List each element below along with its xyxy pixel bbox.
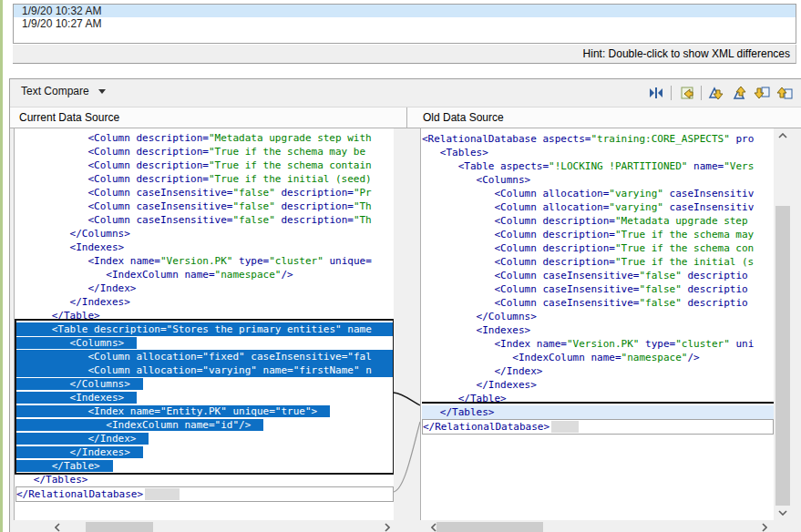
code-line: </Columns> xyxy=(15,377,394,391)
history-item[interactable]: 1/9/20 10:32 AM xyxy=(14,5,796,17)
code-line: </Index> xyxy=(15,432,394,445)
code-line: <Column caseInsensitive="false" descript… xyxy=(15,200,394,213)
code-line: </Index> xyxy=(15,281,394,295)
scroll-down-button[interactable] xyxy=(775,506,791,520)
right-pane-title: Old Data Source xyxy=(423,111,504,124)
code-line: </Tables> xyxy=(15,473,394,486)
code-line: <Tables> xyxy=(422,146,774,159)
code-line: <Column allocation="fixed" caseInsensiti… xyxy=(15,350,394,363)
code-line: <Column allocation="varying" name="first… xyxy=(15,363,394,377)
right-horizontal-scroll-thumb[interactable] xyxy=(436,522,543,532)
code-line: <Column allocation="varying" caseInsensi… xyxy=(422,187,774,200)
code-line: <Column description="True if the schema … xyxy=(422,228,774,241)
code-line: <Column allocation="varying" caseInsensi… xyxy=(422,200,774,214)
vertical-scroll-thumb[interactable] xyxy=(775,206,790,506)
compare-toolbar-icons xyxy=(647,84,794,102)
code-line: <Index name="Version.PK" type="cluster" … xyxy=(15,254,394,268)
diff-connector-curves xyxy=(394,128,420,520)
code-line: <Table aspects="!LOCKING !PARTITIONED" n… xyxy=(422,159,774,173)
code-line: <Column description="True if the schema … xyxy=(15,159,394,172)
code-line: <Column description="True if the schema … xyxy=(422,241,774,255)
vertical-scrollbar[interactable] xyxy=(775,128,791,520)
code-line: </RelationalDatabase> xyxy=(422,419,774,435)
hint-text: Hint: Double-click to show XML differenc… xyxy=(583,47,790,60)
left-pane-title: Current Data Source xyxy=(19,111,119,124)
compare-mode-label: Text Compare xyxy=(21,85,89,97)
previous-difference-button[interactable] xyxy=(730,84,748,102)
copy-change-right-to-left-button[interactable] xyxy=(677,84,695,102)
code-line: <Column caseInsensitive="false" descript… xyxy=(15,186,394,200)
diff-filler-block xyxy=(551,421,579,433)
code-line: <Index name="Version.PK" type="cluster" … xyxy=(422,337,774,351)
code-line: <RelationalDatabase aspects="training:CO… xyxy=(422,132,774,146)
code-line: </Tables> xyxy=(422,405,774,419)
chevron-left-icon xyxy=(55,523,60,532)
code-line: <Column description="Metadata upgrade st… xyxy=(422,214,774,228)
code-line: <Column description="True if the schema … xyxy=(15,145,394,159)
code-line: </Columns> xyxy=(422,310,774,323)
code-line: <Column description="True if the initial… xyxy=(15,172,394,186)
scroll-left-button[interactable] xyxy=(51,521,64,532)
history-timestamp: 1/9/20 10:32 AM xyxy=(22,5,101,17)
version-history-list[interactable]: 1/9/20 10:32 AM 1/9/20 10:27 AM xyxy=(13,4,796,44)
code-line: <IndexColumn name="id"/> xyxy=(15,418,394,432)
diff-filler-block xyxy=(145,488,180,500)
pane-headers: Current Data Source Old Data Source xyxy=(10,107,801,128)
next-change-icon xyxy=(754,86,770,100)
code-line: <Column caseInsensitive="false" descript… xyxy=(15,213,394,227)
toolbar-separator xyxy=(701,86,702,100)
compare-editor-root: 1/9/20 10:32 AM 1/9/20 10:27 AM Hint: Do… xyxy=(0,0,801,532)
left-horizontal-scrollbar[interactable] xyxy=(51,521,394,532)
next-difference-icon xyxy=(708,86,724,100)
code-line: <Indexes> xyxy=(15,391,394,404)
chevron-down-icon xyxy=(98,89,106,97)
chevron-down-icon xyxy=(778,510,787,516)
code-line: </Indexes> xyxy=(15,295,394,309)
chevron-up-icon xyxy=(778,133,787,138)
previous-change-button[interactable] xyxy=(775,84,794,102)
chevron-right-icon xyxy=(385,523,390,532)
diff-connector-gutter xyxy=(394,128,420,520)
code-line: <IndexColumn name="namespace"/> xyxy=(15,268,394,281)
code-line: </RelationalDatabase> xyxy=(15,486,394,502)
code-line: </Table> xyxy=(15,309,394,322)
left-pane-header: Current Data Source xyxy=(11,107,407,128)
code-line: <Columns> xyxy=(15,336,394,350)
compare-mode-selector[interactable]: Text Compare xyxy=(21,85,106,97)
right-horizontal-scrollbar[interactable] xyxy=(427,521,771,532)
editor-accent-strip xyxy=(0,0,3,532)
code-line: <Table description="Stores the primary e… xyxy=(15,322,394,336)
code-line: <IndexColumn name="namespace"/> xyxy=(422,351,774,364)
history-item[interactable]: 1/9/20 10:27 AM xyxy=(14,17,796,30)
right-code-pane[interactable]: <RelationalDatabase aspects="training:CO… xyxy=(420,128,774,520)
code-line: <Column description="True if the initial… xyxy=(422,255,774,269)
left-code-pane[interactable]: <Column description="Metadata upgrade st… xyxy=(14,128,394,520)
code-line: <Columns> xyxy=(422,173,774,187)
copy-change-right-to-left-icon xyxy=(679,86,693,100)
scroll-up-button[interactable] xyxy=(775,128,791,143)
code-line: </Index> xyxy=(422,364,774,378)
history-timestamp: 1/9/20 10:27 AM xyxy=(22,17,101,30)
swap-left-right-button[interactable] xyxy=(647,84,665,102)
code-line: </Indexes> xyxy=(422,378,774,392)
code-line: </Indexes> xyxy=(15,445,394,459)
code-line: <Column caseInsensitive="false" descript… xyxy=(422,282,774,296)
right-pane-header: Old Data Source xyxy=(407,107,801,128)
code-line: </Columns> xyxy=(15,227,394,240)
scroll-right-button[interactable] xyxy=(758,521,771,532)
scroll-right-button[interactable] xyxy=(381,521,394,532)
previous-change-icon xyxy=(776,86,793,100)
swap-left-right-icon xyxy=(649,86,663,100)
code-line: <Column description="Metadata upgrade st… xyxy=(15,131,394,145)
previous-difference-icon xyxy=(731,86,747,100)
next-change-button[interactable] xyxy=(753,84,771,102)
toolbar-separator xyxy=(671,86,672,100)
chevron-right-icon xyxy=(762,523,767,532)
left-horizontal-scroll-thumb[interactable] xyxy=(86,522,153,532)
code-line: <Column caseInsensitive="false" descript… xyxy=(422,269,774,282)
next-difference-button[interactable] xyxy=(707,84,725,102)
code-line: <Indexes> xyxy=(15,240,394,254)
compare-toolbar: Text Compare xyxy=(10,79,801,107)
code-line: </Table> xyxy=(15,459,394,473)
compare-frame: Text Compare xyxy=(9,78,801,532)
